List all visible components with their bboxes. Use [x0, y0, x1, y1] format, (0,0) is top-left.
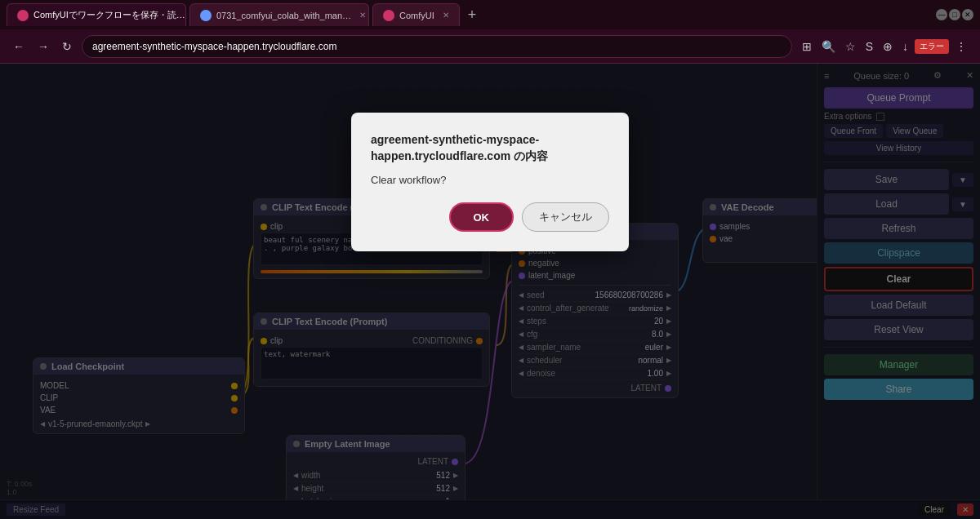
profile-button[interactable]: S: [862, 37, 876, 56]
tab-icon-3: [383, 10, 394, 21]
clear-workflow-dialog: agreement-synthetic-myspace-happen.trycl…: [351, 113, 629, 251]
tab-bar: ComfyUIでワークフローを保存・読… ✕ 0731_comfyui_cola…: [0, 0, 980, 29]
maximize-button[interactable]: □: [949, 9, 960, 20]
address-text: agreement-synthetic-myspace-happen.trycl…: [92, 41, 336, 52]
tab-label-3: ComfyUI: [399, 11, 434, 20]
tab-label-2: 0731_comfyui_colab_with_man…: [216, 11, 351, 20]
address-bar: ← → ↻ agreement-synthetic-myspace-happen…: [0, 29, 980, 64]
close-button[interactable]: ✕: [962, 9, 973, 20]
menu-button[interactable]: ⋮: [952, 37, 970, 56]
tab-doc[interactable]: 0731_comfyui_colab_with_man… ✕: [189, 3, 369, 26]
browser-actions: ⊞ 🔍 ☆ S ⊕ ↓ エラー ⋮: [799, 37, 970, 56]
tab-label-1: ComfyUIでワークフローを保存・読…: [33, 9, 185, 21]
node-canvas[interactable]: Load Checkpoint MODEL CLIP VAE ◀ v1-5-pr: [0, 64, 980, 519]
modal-title: agreement-synthetic-myspace-happen.trycl…: [371, 132, 609, 164]
tab-icon-2: [200, 10, 212, 21]
modal-buttons: OK キャンセル: [371, 202, 609, 232]
canvas-area: Load Checkpoint MODEL CLIP VAE ◀ v1-5-pr: [0, 64, 980, 519]
tab-comfyui-3[interactable]: ComfyUI ✕: [372, 3, 460, 26]
minimize-button[interactable]: —: [936, 9, 947, 20]
back-button[interactable]: ←: [10, 37, 28, 56]
tab-close-3[interactable]: ✕: [443, 11, 449, 20]
tab-icon-1: [17, 10, 29, 21]
new-tab-button[interactable]: +: [463, 7, 482, 24]
tab-close-2[interactable]: ✕: [359, 11, 366, 20]
tab-comfyui-1[interactable]: ComfyUIでワークフローを保存・読… ✕: [7, 3, 186, 26]
translate-button[interactable]: ⊞: [799, 37, 815, 56]
refresh-button[interactable]: ↻: [59, 37, 75, 56]
bookmark-button[interactable]: ☆: [842, 37, 859, 56]
extensions-button[interactable]: ⊕: [880, 37, 896, 56]
modal-message: Clear workflow?: [371, 174, 609, 186]
error-badge[interactable]: エラー: [915, 39, 949, 54]
forward-button[interactable]: →: [34, 37, 52, 56]
window-controls: — □ ✕: [936, 9, 973, 20]
search-button[interactable]: 🔍: [818, 37, 839, 56]
browser-chrome: ComfyUIでワークフローを保存・読… ✕ 0731_comfyui_cola…: [0, 0, 980, 64]
modal-ok-button[interactable]: OK: [449, 202, 514, 232]
downloads-button[interactable]: ↓: [899, 37, 911, 56]
modal-cancel-button[interactable]: キャンセル: [522, 202, 609, 232]
address-input[interactable]: agreement-synthetic-myspace-happen.trycl…: [82, 35, 792, 58]
modal-overlay: agreement-synthetic-myspace-happen.trycl…: [0, 64, 980, 519]
